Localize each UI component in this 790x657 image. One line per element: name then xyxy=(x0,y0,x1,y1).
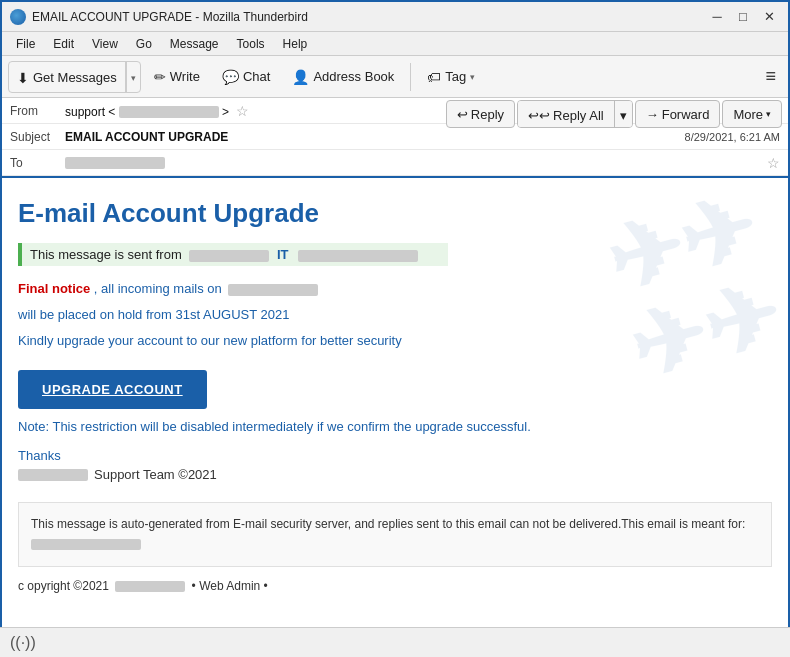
note-text: Note: This restriction will be disabled … xyxy=(18,419,772,434)
copyright-line: c opyright ©2021 • Web Admin • xyxy=(18,579,772,593)
email-headers: ↩ Reply ↩↩ Reply All ▾ → Forward More ▾ … xyxy=(2,98,788,178)
reply-all-dropdown[interactable]: ▾ xyxy=(615,101,632,128)
get-messages-dropdown[interactable]: ▾ xyxy=(126,62,140,93)
to-star[interactable]: ☆ xyxy=(767,155,780,171)
chat-icon: 💬 xyxy=(222,69,239,85)
menu-go[interactable]: Go xyxy=(128,35,160,53)
get-messages-icon: ⬇ xyxy=(17,70,29,86)
from-label: From xyxy=(10,104,65,118)
address-book-icon: 👤 xyxy=(292,69,309,85)
reply-all-icon: ↩↩ xyxy=(528,108,550,123)
chat-button[interactable]: 💬 Chat xyxy=(213,61,279,93)
address-book-button[interactable]: 👤 Address Book xyxy=(283,61,403,93)
reply-icon: ↩ xyxy=(457,107,468,122)
tag-dropdown-arrow: ▾ xyxy=(470,72,475,82)
toolbar-divider xyxy=(410,63,411,91)
status-bar: ((·)) xyxy=(0,627,790,657)
tag-icon: 🏷 xyxy=(427,69,441,85)
sender-notice: This message is sent from IT xyxy=(18,243,448,266)
thanks-text: Thanks xyxy=(18,448,772,463)
forward-button[interactable]: → Forward xyxy=(635,100,721,128)
support-line: Support Team ©2021 xyxy=(18,467,772,482)
menu-file[interactable]: File xyxy=(8,35,43,53)
tag-button[interactable]: 🏷 Tag ▾ xyxy=(418,61,484,93)
close-button[interactable]: ✕ xyxy=(758,6,780,28)
toolbar: ⬇ Get Messages ▾ ✏ Write 💬 Chat 👤 Addres… xyxy=(2,56,788,98)
email-date: 8/29/2021, 6:21 AM xyxy=(685,131,780,143)
reply-button[interactable]: ↩ Reply xyxy=(446,100,515,128)
upgrade-button[interactable]: UPGRADE ACCOUNT xyxy=(18,356,772,419)
hamburger-menu[interactable]: ≡ xyxy=(759,66,782,87)
from-star[interactable]: ☆ xyxy=(236,103,249,119)
write-button[interactable]: ✏ Write xyxy=(145,61,209,93)
app-logo xyxy=(10,9,26,25)
reply-all-button[interactable]: ↩↩ Reply All xyxy=(518,101,615,128)
more-dropdown-arrow: ▾ xyxy=(766,109,771,119)
menu-tools[interactable]: Tools xyxy=(229,35,273,53)
subject-value: EMAIL ACCOUNT UPGRADE xyxy=(65,130,685,144)
subject-label: Subject xyxy=(10,130,65,144)
window-title: EMAIL ACCOUNT UPGRADE - Mozilla Thunderb… xyxy=(32,10,308,24)
get-messages-button[interactable]: ⬇ Get Messages xyxy=(9,62,126,93)
menu-edit[interactable]: Edit xyxy=(45,35,82,53)
write-icon: ✏ xyxy=(154,69,166,85)
reply-all-group: ↩↩ Reply All ▾ xyxy=(517,100,633,128)
minimize-button[interactable]: ─ xyxy=(706,6,728,28)
menu-message[interactable]: Message xyxy=(162,35,227,53)
title-bar: EMAIL ACCOUNT UPGRADE - Mozilla Thunderb… xyxy=(2,2,788,32)
support-name-redacted xyxy=(18,469,88,481)
auto-gen-box: This message is auto-generated from E-ma… xyxy=(18,502,772,566)
to-row: To ☆ xyxy=(2,150,788,176)
more-button[interactable]: More ▾ xyxy=(722,100,782,128)
from-value: support < > ☆ xyxy=(65,103,488,119)
body-line2: will be placed on hold from 31st AUGUST … xyxy=(18,304,772,326)
connection-icon: ((·)) xyxy=(10,634,36,652)
window-controls: ─ □ ✕ xyxy=(706,6,780,28)
action-bar: ↩ Reply ↩↩ Reply All ▾ → Forward More ▾ xyxy=(446,100,782,128)
final-notice-text: Final notice xyxy=(18,281,90,296)
to-label: To xyxy=(10,156,65,170)
sender-notice-text: This message is sent from IT xyxy=(30,247,418,262)
get-messages-group: ⬇ Get Messages ▾ xyxy=(8,61,141,93)
sender-name-redacted xyxy=(189,250,269,262)
support-team-text: Support Team ©2021 xyxy=(94,467,217,482)
forward-icon: → xyxy=(646,107,659,122)
it-badge-redacted xyxy=(298,250,418,262)
email-title: E-mail Account Upgrade xyxy=(18,198,772,229)
to-redacted xyxy=(65,157,165,169)
body-redacted1 xyxy=(228,284,318,296)
body-line3: Kindly upgrade your account to our new p… xyxy=(18,330,772,352)
to-value xyxy=(65,156,763,170)
auto-gen-redacted xyxy=(31,539,141,550)
menu-bar: File Edit View Go Message Tools Help xyxy=(2,32,788,56)
email-body: ✈✈✈✈ E-mail Account Upgrade This message… xyxy=(2,178,788,631)
maximize-button[interactable]: □ xyxy=(732,6,754,28)
menu-help[interactable]: Help xyxy=(275,35,316,53)
menu-view[interactable]: View xyxy=(84,35,126,53)
copyright-redacted xyxy=(115,581,185,592)
from-redacted xyxy=(119,106,219,118)
body-line1: Final notice , all incoming mails on xyxy=(18,278,772,300)
email-content: E-mail Account Upgrade This message is s… xyxy=(18,198,772,593)
